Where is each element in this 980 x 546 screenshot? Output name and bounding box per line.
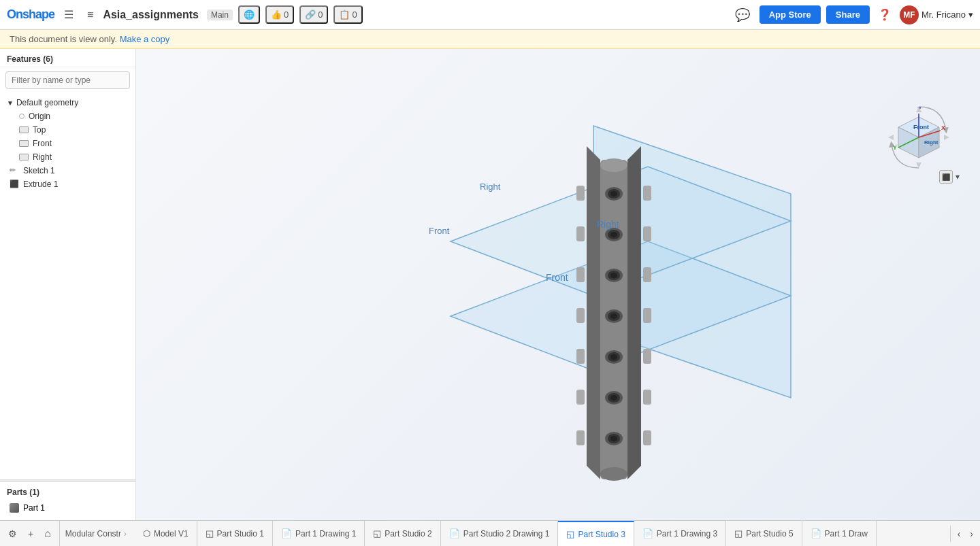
drawing-tab-icon: 📄 xyxy=(281,528,292,539)
svg-rect-33 xyxy=(576,349,585,364)
likes-button[interactable]: 👍 0 xyxy=(265,5,294,24)
tab-part-studio-3[interactable]: ◱ Part Studio 3 xyxy=(558,521,634,546)
part-item[interactable]: Part 1 xyxy=(7,501,129,515)
filter-input[interactable] xyxy=(5,71,130,89)
svg-point-10 xyxy=(610,191,617,197)
svg-point-7 xyxy=(600,467,627,481)
part-studio-tab-icon: ◱ xyxy=(373,528,381,539)
document-branch[interactable]: Main xyxy=(207,10,233,20)
cube-shape-icon[interactable]: ⬛ xyxy=(939,170,953,184)
copies-button[interactable]: 📋 0 xyxy=(333,5,362,24)
plane-icon xyxy=(19,126,29,133)
svg-text:Right: Right xyxy=(924,139,938,146)
globe-button[interactable]: 🌐 xyxy=(238,5,260,24)
part-item-label: Part 1 xyxy=(23,503,45,513)
comment-button[interactable]: 💬 xyxy=(731,5,754,25)
tab-part-studio-2-drawing-1[interactable]: 📄 Part Studio 2 Drawing 1 xyxy=(441,521,559,546)
svg-text:X: X xyxy=(941,124,945,131)
settings-tab-button[interactable]: ⚙ xyxy=(4,526,21,542)
cube-dropdown-icon[interactable]: ▾ xyxy=(956,172,960,182)
tab-part-studio-2[interactable]: ◱ Part Studio 2 xyxy=(365,521,440,546)
svg-marker-57 xyxy=(916,163,921,168)
tab-part-studio-5[interactable]: ◱ Part Studio 5 xyxy=(726,521,802,546)
part-cube-icon xyxy=(10,503,19,513)
user-name: Mr. Fricano xyxy=(921,10,966,20)
svg-rect-40 xyxy=(643,349,651,364)
svg-text:Y: Y xyxy=(893,144,897,151)
hamburger-menu-button[interactable]: ☰ xyxy=(60,5,78,24)
part-studio-tab-icon: ◱ xyxy=(206,528,214,539)
tab-model-v1[interactable]: ⬡ Model V1 xyxy=(135,521,197,546)
tree-item-label: Sketch 1 xyxy=(23,166,55,175)
svg-rect-37 xyxy=(643,226,651,241)
svg-marker-59 xyxy=(944,135,949,140)
drawing-tab-icon: 📄 xyxy=(811,528,821,539)
view-only-banner: This document is view only. Make a copy xyxy=(0,30,980,49)
drawing-tab-icon: 📄 xyxy=(449,528,460,539)
avatar: MF xyxy=(900,5,919,24)
breadcrumb-separator: › xyxy=(124,529,127,539)
tree-item-top[interactable]: Top xyxy=(0,123,135,137)
tab-part1-draw[interactable]: 📄 Part 1 Draw xyxy=(802,521,877,546)
copy-icon: 📋 xyxy=(339,10,350,20)
make-copy-link[interactable]: Make a copy xyxy=(120,34,170,44)
home-tab-button[interactable]: ⌂ xyxy=(40,525,55,543)
tab-navigation-buttons: ‹ › xyxy=(950,526,980,542)
default-geometry-label: Default geometry xyxy=(16,98,78,107)
filter-button[interactable]: ≡ xyxy=(83,6,97,24)
svg-marker-58 xyxy=(888,135,894,140)
svg-point-19 xyxy=(610,313,617,319)
svg-marker-3 xyxy=(587,146,600,479)
tree-item-sketch1[interactable]: ✏ Sketch 1 xyxy=(0,164,135,177)
add-tab-button[interactable]: + xyxy=(24,526,37,542)
svg-rect-30 xyxy=(576,226,585,241)
tab-label: Part Studio 2 Drawing 1 xyxy=(463,529,550,539)
tree-item-label: Top xyxy=(33,125,46,135)
user-chevron-icon: ▾ xyxy=(968,10,973,20)
extrude-icon: ⬛ xyxy=(10,180,19,189)
breadcrumb-text: Modular Constr xyxy=(65,529,121,539)
tab-label: Model V1 xyxy=(154,529,189,539)
svg-point-25 xyxy=(610,395,617,400)
document-title: Asia_assignments xyxy=(103,9,199,21)
tree-item-front[interactable]: Front xyxy=(0,137,135,150)
app-store-button[interactable]: App Store xyxy=(760,5,821,24)
tab-part1-drawing-3[interactable]: 📄 Part 1 Drawing 3 xyxy=(634,521,726,546)
tab-part-studio-1[interactable]: ◱ Part Studio 1 xyxy=(197,521,273,546)
help-button[interactable]: ❓ xyxy=(875,5,894,24)
tab-label: Part Studio 2 xyxy=(385,529,431,539)
tab-scroll-left-button[interactable]: ‹ xyxy=(953,526,965,542)
plane-icon xyxy=(19,154,29,160)
onshape-logo[interactable]: Onshape xyxy=(7,7,54,22)
tree-item-right[interactable]: Right xyxy=(0,150,135,164)
tree-item-extrude1[interactable]: ⬛ Extrude 1 xyxy=(0,177,135,191)
svg-text:Front: Front xyxy=(546,272,568,283)
plane-icon xyxy=(19,140,29,147)
drawing-tab-icon: 📄 xyxy=(642,528,653,539)
tree-item-origin[interactable]: Origin xyxy=(0,109,135,123)
svg-rect-36 xyxy=(643,186,651,201)
tab-label: Part Studio 1 xyxy=(217,529,264,539)
svg-rect-41 xyxy=(643,390,651,405)
user-menu-button[interactable]: MF Mr. Fricano ▾ xyxy=(900,5,973,24)
tab-label: Part Studio 3 xyxy=(578,530,625,539)
likes-count: 0 xyxy=(284,10,289,20)
svg-rect-31 xyxy=(576,267,585,282)
cube-navigator[interactable]: Front Right Z X Y ⬛ ▾ xyxy=(885,103,960,185)
chevron-down-icon: ▼ xyxy=(7,99,14,107)
viewport[interactable]: Right Front xyxy=(136,49,980,520)
tab-part1-drawing-1[interactable]: 📄 Part 1 Drawing 1 xyxy=(273,521,365,546)
bottom-tabs: ⚙ + ⌂ Modular Constr › ⬡ Model V1 ◱ Part… xyxy=(0,520,980,546)
sketch-icon: ✏ xyxy=(10,166,19,175)
default-geometry-section[interactable]: ▼ Default geometry xyxy=(0,96,135,109)
svg-marker-4 xyxy=(627,146,641,479)
links-button[interactable]: 🔗 0 xyxy=(299,5,328,24)
share-button[interactable]: Share xyxy=(826,5,870,24)
svg-text:Front: Front xyxy=(913,124,929,131)
tree-item-label: Right xyxy=(33,152,52,162)
top-navigation: Onshape ☰ ≡ Asia_assignments Main 🌐 👍 0 … xyxy=(0,0,980,30)
tab-scroll-right-button[interactable]: › xyxy=(966,526,977,542)
svg-point-13 xyxy=(610,232,617,237)
links-count: 0 xyxy=(318,10,323,20)
breadcrumb: Modular Constr › xyxy=(60,529,135,539)
